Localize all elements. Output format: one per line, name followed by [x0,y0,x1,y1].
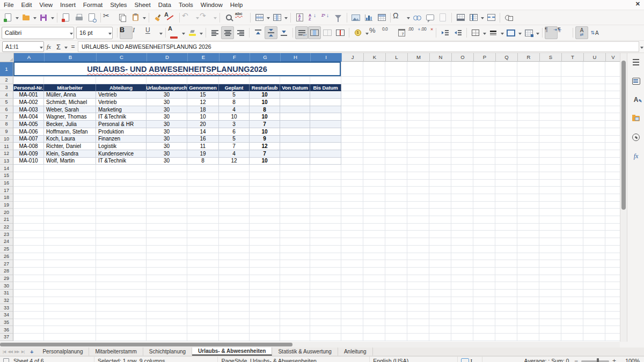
cell-U30[interactable] [583,282,605,290]
cell-E12[interactable]: 19 [187,150,219,158]
cell-Q29[interactable] [495,275,517,283]
cell-J2[interactable] [341,77,363,84]
cell-A14[interactable] [13,165,44,172]
cell-H13[interactable] [280,158,310,165]
row-header-21[interactable]: 21 [0,216,13,224]
cell-B24[interactable] [44,238,96,246]
cell-J17[interactable] [341,187,363,194]
cell-P22[interactable] [473,224,495,231]
cell-N36[interactable] [429,326,451,334]
cell-P2[interactable] [473,77,495,84]
currency-format-icon[interactable] [352,26,364,39]
cell-B26[interactable] [44,253,96,261]
cell-V18[interactable] [605,194,620,202]
cell-F29[interactable] [219,275,250,283]
cell-N1[interactable] [429,62,451,77]
cell-H18[interactable] [280,194,310,202]
column-header-O[interactable]: O [452,53,474,62]
conditional-formatting-dropdown-icon[interactable] [535,26,540,39]
cell-C19[interactable] [96,202,147,209]
cell-S1[interactable] [539,62,561,77]
cell-R34[interactable] [517,312,539,319]
cell-U19[interactable] [583,202,605,209]
cell-N5[interactable] [429,99,451,106]
conditional-formatting-icon[interactable] [522,26,535,39]
cell-S10[interactable] [539,136,561,143]
cell-U37[interactable] [583,334,605,341]
cell-Q35[interactable] [495,319,517,327]
cell-D31[interactable] [147,290,187,297]
cell-S5[interactable] [539,99,561,106]
cell-J37[interactable] [341,334,363,341]
cell-D24[interactable] [147,238,187,246]
cell-P25[interactable] [473,246,495,253]
cell-I33[interactable] [310,304,341,312]
cell-F25[interactable] [219,246,250,253]
cell-B17[interactable] [44,187,96,194]
cell-L4[interactable] [385,91,407,99]
cell-E33[interactable] [187,304,219,312]
cell-T25[interactable] [561,246,583,253]
cell-H14[interactable] [280,165,310,172]
cell-L36[interactable] [385,326,407,334]
cell-C30[interactable] [96,282,147,290]
cell-B28[interactable] [44,268,96,275]
cell-R13[interactable] [517,158,539,165]
clone-formatting-icon[interactable] [151,11,164,24]
cell-M30[interactable] [407,282,429,290]
cell-F19[interactable] [219,202,250,209]
cell-T16[interactable] [561,180,583,187]
cell-K7[interactable] [363,113,385,121]
cell-C33[interactable] [96,304,147,312]
cell-P28[interactable] [473,268,495,275]
cell-H10[interactable] [280,136,310,143]
cell-M19[interactable] [407,202,429,209]
cell-V23[interactable] [605,231,620,238]
cell-E17[interactable] [187,187,219,194]
cell-P34[interactable] [473,312,495,319]
cell-Q32[interactable] [495,297,517,305]
cell-O2[interactable] [451,77,473,84]
cell-J14[interactable] [341,165,363,172]
cell-V32[interactable] [605,297,620,305]
column-header-L[interactable]: L [386,53,408,62]
close-document-icon[interactable]: ✕ [635,1,640,8]
cell-J34[interactable] [341,312,363,319]
cell-O27[interactable] [451,260,473,268]
cell-B16[interactable] [44,180,96,187]
column-header-S[interactable]: S [540,53,562,62]
cell-V3[interactable] [605,84,620,92]
cell-Q31[interactable] [495,290,517,297]
cell-S35[interactable] [539,319,561,327]
cell-J31[interactable] [341,290,363,297]
cell-P6[interactable] [473,106,495,114]
cell-K1[interactable] [363,62,385,77]
cell-U36[interactable] [583,326,605,334]
copy-icon[interactable] [116,11,129,24]
cell-N2[interactable] [429,77,451,84]
row-header-8[interactable]: 8 [0,121,13,128]
cell-G16[interactable] [250,180,280,187]
cell-M20[interactable] [407,209,429,216]
cell-U4[interactable] [583,91,605,99]
cell-H33[interactable] [280,304,310,312]
cell-L35[interactable] [385,319,407,327]
cell-M8[interactable] [407,121,429,128]
new-document-dropdown-icon[interactable] [14,11,19,24]
cell-Q26[interactable] [495,253,517,261]
cell-S27[interactable] [539,260,561,268]
cell-G28[interactable] [250,268,280,275]
sidebar-settings-icon[interactable] [630,56,642,69]
cell-L30[interactable] [385,282,407,290]
cell-N32[interactable] [429,297,451,305]
cell-O9[interactable] [451,128,473,136]
cell-Q3[interactable] [495,84,517,92]
cell-R19[interactable] [517,202,539,209]
cell-C26[interactable] [96,253,147,261]
cell-H2[interactable] [280,77,310,84]
cell-F33[interactable] [219,304,250,312]
cell-D30[interactable] [147,282,187,290]
cell-I2[interactable] [310,77,341,84]
new-document-icon[interactable] [2,11,14,24]
zoom-out-icon[interactable]: − [571,357,581,362]
